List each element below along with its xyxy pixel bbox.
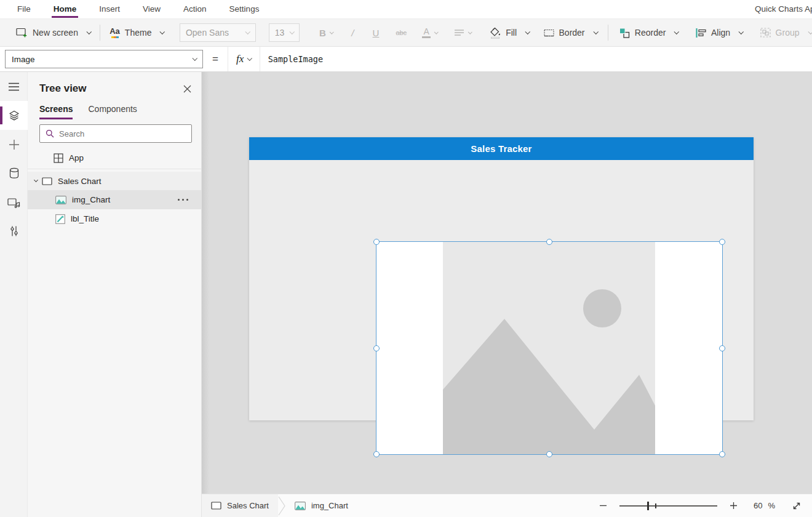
media-icon (7, 197, 20, 208)
fx-button[interactable]: fx (228, 47, 260, 71)
sliders-icon (9, 225, 20, 237)
chevron-down-icon (525, 30, 530, 34)
panel-tabs: Screens Components (39, 104, 201, 119)
screen-icon (42, 177, 52, 185)
toolbar-divider (100, 25, 100, 41)
image-control-icon (295, 502, 306, 510)
formula-input[interactable]: SampleImage (268, 54, 323, 64)
group-button[interactable]: Group (760, 28, 812, 38)
menu-action[interactable]: Action (183, 0, 207, 18)
bold-button[interactable]: B (319, 28, 333, 38)
chevron-down-icon (808, 30, 812, 34)
italic-button[interactable]: / (351, 28, 354, 38)
hamburger-menu-button[interactable] (0, 72, 28, 101)
equals-sign: = (212, 53, 218, 65)
zoom-in-icon[interactable] (730, 502, 738, 510)
strikethrough-button[interactable]: abc (396, 29, 407, 36)
chevron-down-icon[interactable] (34, 178, 38, 182)
chevron-down-icon (593, 30, 598, 34)
image-placeholder-graphic (443, 242, 655, 454)
chevron-down-icon (192, 56, 197, 61)
font-color-button[interactable]: A (422, 27, 438, 38)
tree-item-app[interactable]: App (28, 149, 201, 167)
tree-item-image-control[interactable]: img_Chart (28, 190, 201, 209)
breadcrumb-screen[interactable]: Sales Chart (202, 494, 278, 517)
zoom-slider-tick (655, 503, 656, 508)
chevron-down-icon (739, 30, 744, 34)
chevron-down-icon (245, 30, 250, 34)
fill-icon (490, 27, 501, 39)
resize-handle-e[interactable] (719, 345, 725, 351)
menu-view[interactable]: View (143, 0, 161, 18)
label-control-icon (55, 214, 65, 224)
text-align-icon (454, 29, 464, 37)
menu-insert[interactable]: Insert (99, 0, 120, 18)
database-icon (9, 167, 20, 179)
resize-handle-se[interactable] (719, 451, 725, 457)
rail-data-button[interactable] (0, 159, 28, 188)
resize-handle-sw[interactable] (373, 451, 380, 457)
app-screen[interactable]: Sales Tracker (249, 137, 754, 420)
resize-handle-nw[interactable] (373, 239, 380, 245)
app-name: Quick Charts App (755, 0, 812, 19)
font-family-select[interactable]: Open Sans (180, 23, 256, 42)
zoom-slider-thumb[interactable] (647, 502, 650, 510)
zoom-slider[interactable] (619, 505, 717, 507)
tree-item-label-control[interactable]: lbl_Title (28, 209, 201, 228)
menu-settings[interactable]: Settings (229, 0, 260, 18)
border-icon (544, 29, 554, 37)
rail-insert-button[interactable] (0, 130, 28, 159)
design-canvas[interactable]: Sales Tracker Sales Chart (202, 72, 812, 517)
close-icon[interactable] (183, 85, 191, 93)
zoom-controls: 60 % (599, 501, 812, 511)
chevron-down-icon (674, 30, 679, 34)
reorder-icon (619, 28, 630, 38)
tree-item-screen[interactable]: Sales Chart (28, 172, 201, 190)
resize-handle-n[interactable] (546, 239, 552, 245)
search-icon (46, 129, 54, 138)
chevron-down-icon (87, 30, 92, 34)
tree-search-box[interactable] (39, 124, 192, 143)
reorder-button[interactable]: Reorder (619, 28, 679, 38)
property-selector[interactable]: Image (5, 50, 203, 68)
align-button[interactable]: Align (696, 28, 743, 38)
zoom-out-icon[interactable] (599, 502, 607, 510)
zoom-percent-value: 60 (754, 501, 762, 510)
align-icon (696, 28, 706, 38)
screen-icon (211, 502, 221, 510)
chevron-down-icon (468, 30, 472, 33)
breadcrumb-control[interactable]: img_Chart (285, 494, 357, 517)
search-input[interactable] (59, 129, 186, 138)
tab-components[interactable]: Components (88, 104, 137, 119)
image-control-selected[interactable] (376, 242, 722, 454)
rail-advanced-tools-button[interactable] (0, 217, 28, 246)
panel-title: Tree view (39, 82, 87, 95)
font-size-select[interactable]: 13 (269, 23, 300, 42)
underline-button[interactable]: U (373, 28, 380, 38)
resize-handle-ne[interactable] (719, 239, 725, 245)
percent-sign: % (768, 501, 775, 510)
menu-home[interactable]: Home (54, 0, 77, 18)
theme-button[interactable]: Aa Theme (109, 27, 164, 38)
rail-media-button[interactable] (0, 188, 28, 217)
theme-icon: Aa (109, 27, 120, 38)
resize-handle-w[interactable] (373, 345, 380, 351)
tab-screens[interactable]: Screens (39, 104, 73, 119)
formula-bar: Image = fx SampleImage (0, 47, 812, 72)
tree-view-icon (8, 110, 20, 122)
rail-tree-view-button[interactable] (0, 101, 28, 130)
screen-title-label[interactable]: Sales Tracker (249, 137, 754, 160)
fill-button[interactable]: Fill (490, 27, 529, 39)
text-align-button[interactable] (454, 29, 472, 37)
toolbar-divider (608, 25, 608, 41)
image-control-icon (55, 196, 66, 204)
menu-bar: File Home Insert View Action Settings (0, 0, 812, 19)
menu-file[interactable]: File (17, 0, 31, 18)
resize-handle-s[interactable] (546, 451, 552, 457)
fit-to-window-icon[interactable] (792, 501, 802, 511)
screens-tree: App Sales Chart img_Chart lbl_Title (28, 149, 201, 228)
new-screen-icon (16, 28, 28, 38)
new-screen-button[interactable]: New screen (16, 28, 90, 38)
border-button[interactable]: Border (544, 28, 598, 38)
more-options-icon[interactable] (178, 199, 188, 201)
